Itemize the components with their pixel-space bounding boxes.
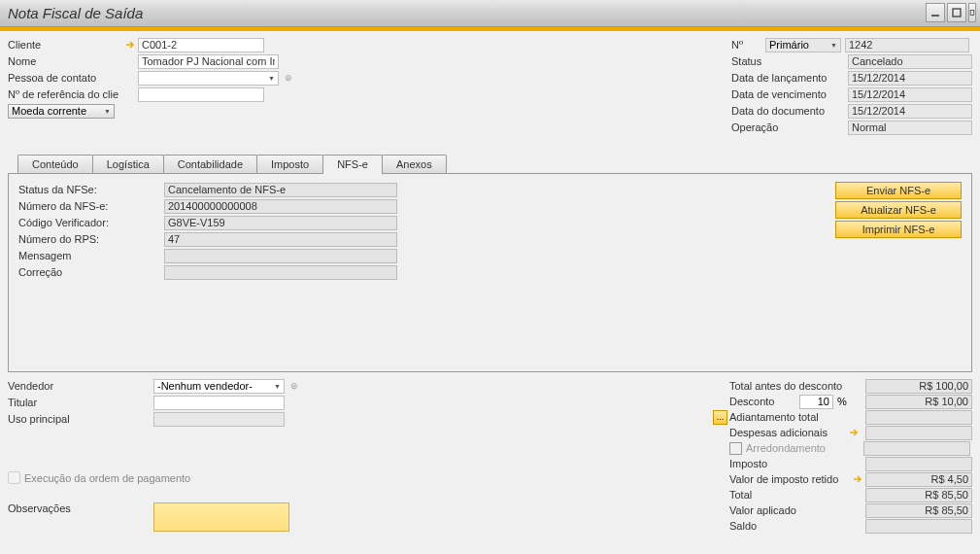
nfse-status-label: Status da NFSe:	[18, 184, 164, 195]
maximize-button[interactable]	[947, 3, 966, 22]
aplicado-value	[865, 503, 972, 518]
adiantamento-button[interactable]: ...	[713, 410, 727, 425]
tab-nfse[interactable]: NFS-e	[322, 155, 383, 173]
retido-value	[865, 472, 972, 487]
uso-input[interactable]	[153, 412, 285, 427]
titular-input[interactable]	[153, 396, 285, 410]
atualizar-nfse-button[interactable]: Atualizar NFS-e	[835, 201, 962, 219]
nome-label: Nome	[8, 55, 124, 67]
vendedor-combo[interactable]: -Nenhum vendedor-	[153, 379, 285, 394]
tab-anexos[interactable]: Anexos	[382, 155, 447, 173]
despesas-row: Despesas adicionais	[713, 425, 972, 440]
data-venc-label: Data de vencimento	[731, 88, 848, 100]
titular-label: Titular	[8, 397, 153, 408]
link-arrow-icon[interactable]	[848, 427, 860, 438]
data-lanc-input[interactable]	[848, 71, 972, 86]
imprimir-nfse-button[interactable]: Imprimir NFS-e	[835, 221, 962, 238]
total-antes-row: Total antes do desconto	[713, 378, 972, 394]
status-input	[848, 54, 972, 69]
moeda-combo[interactable]: Moeda corrente	[8, 104, 115, 119]
percent-sign: %	[833, 396, 851, 407]
numero-row: Nº Primário	[731, 37, 972, 52]
obs-textarea[interactable]	[153, 502, 289, 532]
link-arrow-icon[interactable]	[124, 39, 136, 51]
ordem-pag-row: Execução da ordem de pagamento	[8, 471, 300, 484]
footer-left: Vendedor -Nenhum vendedor- ⊜ Titular Uso…	[8, 378, 300, 534]
operacao-row: Operação	[731, 120, 972, 135]
data-doc-input[interactable]	[848, 104, 972, 119]
despesas-label: Despesas adicionais	[729, 427, 848, 438]
cliente-input[interactable]	[138, 38, 264, 52]
tab-conteudo[interactable]: Conteúdo	[17, 155, 93, 173]
arredond-value	[863, 441, 970, 456]
footer-section: Vendedor -Nenhum vendedor- ⊜ Titular Uso…	[8, 378, 972, 534]
tab-panel: Status da NFSe: Número da NFS-e: Código …	[8, 173, 972, 372]
vendedor-label: Vendedor	[8, 380, 153, 392]
arredond-label: Arredondamento	[746, 442, 863, 454]
retido-label: Valor de imposto retido	[729, 473, 852, 485]
numero-combo[interactable]: Primário	[765, 38, 841, 52]
desconto-pct-input[interactable]	[799, 395, 833, 409]
desconto-value	[865, 395, 972, 409]
uso-row: Uso principal	[8, 411, 300, 427]
status-row: Status	[731, 53, 972, 69]
desconto-label: Desconto	[729, 396, 799, 407]
svg-rect-2	[970, 11, 974, 16]
enviar-nfse-button[interactable]: Enviar NFS-e	[835, 182, 962, 199]
total-row: Total	[713, 487, 972, 502]
obs-row: Observações	[8, 502, 300, 532]
link-arrow-icon[interactable]	[852, 473, 863, 485]
imposto-label: Imposto	[729, 458, 865, 469]
minimize-button[interactable]	[926, 3, 945, 22]
operacao-label: Operação	[731, 121, 848, 133]
nfse-correcao-input	[164, 265, 397, 280]
window-controls	[926, 3, 976, 22]
uso-label: Uso principal	[8, 413, 153, 425]
despesas-value[interactable]	[865, 426, 972, 440]
numero-input[interactable]	[845, 38, 969, 52]
content-area: Cliente Nome Pessoa de contato ⊜ Nº de r…	[0, 31, 980, 554]
data-doc-label: Data do documento	[731, 105, 848, 117]
total-antes-value	[865, 379, 972, 394]
adiantamento-row: ... Adiantamento total	[713, 409, 972, 425]
ordem-pag-checkbox	[8, 471, 20, 484]
nfse-numero-label: Número da NFS-e:	[18, 200, 164, 212]
saldo-row: Saldo	[713, 518, 972, 534]
cliente-row: Cliente	[8, 37, 294, 52]
restore-button[interactable]	[968, 3, 976, 22]
ref-input[interactable]	[138, 87, 264, 102]
aplicado-row: Valor aplicado	[713, 502, 972, 518]
obs-label: Observações	[8, 502, 153, 514]
titlebar: Nota Fiscal de Saída	[0, 0, 980, 27]
nfse-status-input	[164, 183, 397, 197]
tab-logistica[interactable]: Logística	[92, 155, 164, 173]
nfse-mensagem-input	[164, 249, 397, 263]
info-icon[interactable]: ⊜	[287, 380, 300, 393]
adiantamento-value	[865, 410, 972, 425]
data-doc-row: Data do documento	[731, 103, 972, 119]
nfse-codigo-input	[164, 216, 397, 230]
header-left: Cliente Nome Pessoa de contato ⊜ Nº de r…	[8, 37, 294, 135]
footer-right-totals: Total antes do desconto Desconto % ... A…	[713, 378, 972, 534]
header-right: Nº Primário Status Data de lançamento Da…	[731, 37, 972, 135]
aplicado-label: Valor aplicado	[729, 504, 865, 516]
nfse-mensagem-label: Mensagem	[18, 250, 164, 261]
data-venc-input[interactable]	[848, 87, 972, 102]
operacao-input	[848, 121, 972, 135]
nfse-codigo-label: Código Verificador:	[18, 217, 164, 228]
nome-input[interactable]	[138, 54, 279, 69]
arredond-checkbox[interactable]	[729, 442, 742, 455]
window-title: Nota Fiscal de Saída	[8, 5, 143, 21]
tab-imposto[interactable]: Imposto	[256, 155, 323, 173]
ref-row: Nº de referência do clie	[8, 87, 294, 102]
tabs: Conteúdo Logística Contabilidade Imposto…	[17, 155, 972, 173]
pessoa-row: Pessoa de contato ⊜	[8, 70, 294, 86]
saldo-value	[865, 519, 972, 534]
pessoa-label: Pessoa de contato	[8, 72, 124, 84]
pessoa-combo[interactable]	[138, 71, 279, 86]
nfse-correcao-label: Correção	[18, 266, 164, 278]
tab-contabilidade[interactable]: Contabilidade	[163, 155, 257, 173]
nfse-fields: Status da NFSe: Número da NFS-e: Código …	[18, 182, 962, 280]
info-icon[interactable]: ⊜	[282, 72, 294, 85]
nfse-rps-input	[164, 232, 397, 247]
